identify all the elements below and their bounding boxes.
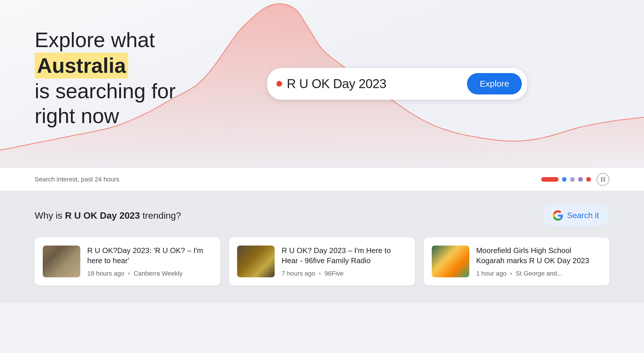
- hero-section: Explore what Australia is searching forr…: [0, 0, 644, 168]
- hero-left: Explore what Australia is searching forr…: [35, 27, 185, 140]
- meta-separator-2: •: [319, 270, 321, 277]
- news-content-2: R U OK? Day 2023 – I'm Here to Hear - 96…: [282, 246, 407, 277]
- search-interest-label: Search interest, past 24 hours: [35, 176, 120, 183]
- news-card-3[interactable]: Moorefield Girls High School Kogarah mar…: [424, 237, 609, 285]
- news-source-3: St George and...: [516, 270, 562, 277]
- carousel-indicators: [541, 173, 609, 186]
- news-time-2: 7 hours ago: [282, 270, 315, 277]
- search-query-text: R U OK Day 2023: [287, 77, 462, 91]
- news-card-2[interactable]: R U OK? Day 2023 – I'm Here to Hear - 96…: [229, 237, 415, 285]
- carousel-dot-3[interactable]: [570, 177, 575, 182]
- search-bar: R U OK Day 2023 Explore: [267, 68, 527, 100]
- news-source-2: 96Five: [324, 270, 343, 277]
- news-time-1: 18 hours ago: [87, 270, 124, 277]
- news-card-1[interactable]: R U OK?Day 2023: 'R U OK? – I'm here to …: [35, 237, 220, 285]
- news-content-1: R U OK?Day 2023: 'R U OK? – I'm here to …: [87, 246, 212, 277]
- search-it-button[interactable]: Search it: [542, 205, 610, 226]
- trending-section: Why is R U OK Day 2023 trending? Search …: [0, 191, 644, 303]
- meta-separator-1: •: [128, 270, 130, 277]
- trending-title: Why is R U OK Day 2023 trending?: [35, 210, 181, 221]
- news-meta-2: 7 hours ago • 96Five: [282, 270, 407, 277]
- hero-headline: Explore what Australia is searching forr…: [35, 27, 185, 129]
- news-cards: R U OK?Day 2023: 'R U OK? – I'm here to …: [35, 237, 609, 285]
- search-bar-container: R U OK Day 2023 Explore: [185, 68, 609, 100]
- search-indicator-dot: [276, 81, 282, 87]
- news-time-3: 1 hour ago: [476, 270, 507, 277]
- news-headline-2: R U OK? Day 2023 – I'm Here to Hear - 96…: [282, 246, 407, 266]
- pause-icon: [601, 177, 605, 182]
- meta-separator-3: •: [510, 270, 512, 277]
- pause-button[interactable]: [597, 173, 609, 186]
- trending-prefix: Why is: [35, 210, 65, 221]
- headline-after: is searching forright now: [35, 79, 176, 127]
- headline-highlight: Australia: [35, 53, 128, 79]
- trending-suffix: trending?: [140, 210, 181, 221]
- trending-topic: R U OK Day 2023: [65, 210, 140, 221]
- search-interest-bar: Search interest, past 24 hours: [0, 168, 644, 191]
- news-thumbnail-3: [432, 246, 469, 277]
- news-meta-3: 1 hour ago • St George and...: [476, 270, 601, 277]
- news-thumbnail-1: [43, 246, 80, 277]
- carousel-dot-4[interactable]: [578, 177, 583, 182]
- news-thumbnail-2: [237, 246, 275, 277]
- search-it-label: Search it: [567, 211, 599, 220]
- news-headline-3: Moorefield Girls High School Kogarah mar…: [476, 246, 601, 266]
- google-logo-icon: [553, 210, 563, 221]
- trending-header: Why is R U OK Day 2023 trending? Search …: [35, 205, 609, 226]
- headline-before: Explore what: [35, 28, 155, 51]
- carousel-dot-5[interactable]: [586, 177, 591, 182]
- explore-button[interactable]: Explore: [467, 73, 522, 94]
- news-source-1: Canberra Weekly: [133, 270, 183, 277]
- news-content-3: Moorefield Girls High School Kogarah mar…: [476, 246, 601, 277]
- carousel-dot-1[interactable]: [541, 177, 559, 182]
- carousel-dot-2[interactable]: [562, 177, 567, 182]
- news-meta-1: 18 hours ago • Canberra Weekly: [87, 270, 212, 277]
- news-headline-1: R U OK?Day 2023: 'R U OK? – I'm here to …: [87, 246, 212, 266]
